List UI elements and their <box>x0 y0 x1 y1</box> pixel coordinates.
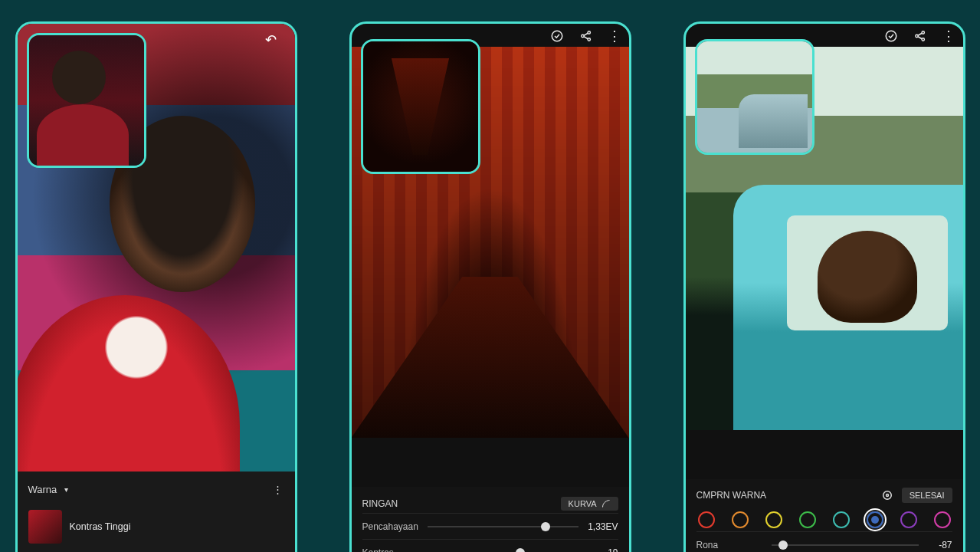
svg-point-7 <box>922 38 924 41</box>
check-circle-icon <box>550 29 564 43</box>
share-icon <box>913 29 927 43</box>
more-menu-button[interactable]: ⋮ <box>608 29 621 43</box>
light-panel: RINGAN KURVA Pencahayaan 1,33EV Kontras … <box>352 487 629 552</box>
slider-label: Pencahayaan <box>362 521 418 532</box>
color-dot-orange[interactable] <box>732 511 749 528</box>
done-button-label: SELESAI <box>910 491 945 500</box>
preset-thumbnail <box>28 510 62 544</box>
undo-icon: ↶ <box>265 31 277 48</box>
slider-value: 19 <box>608 547 618 553</box>
color-mix-panel: CMPRN WARNA SELESAI Rona -87 Kejenuhan <box>686 479 963 552</box>
svg-point-5 <box>915 34 917 37</box>
color-dot-blue[interactable] <box>867 511 883 528</box>
phone-screenshot-2: ⋮ RINGAN KURVA Pencahayaan 1,33EV Kont <box>349 21 631 552</box>
slider-hue[interactable]: Rona -87 <box>696 531 952 552</box>
slider-track[interactable] <box>772 544 919 546</box>
slider-exposure[interactable]: Pencahayaan 1,33EV <box>362 513 618 539</box>
undo-button[interactable]: ↶ <box>258 30 284 50</box>
svg-point-8 <box>883 491 891 500</box>
confirm-button[interactable] <box>549 28 565 44</box>
slider-value: 1,33EV <box>588 521 618 532</box>
preset-category-dropdown[interactable]: Warna ▾ <box>28 484 68 495</box>
svg-point-4 <box>886 31 896 41</box>
color-dot-magenta[interactable] <box>934 511 951 528</box>
svg-point-6 <box>922 31 924 34</box>
preset-category-label: Warna <box>28 484 57 495</box>
curve-button-label: KURVA <box>569 499 597 508</box>
color-dot-green[interactable] <box>799 511 816 528</box>
slider-contrast[interactable]: Kontras 19 <box>362 539 618 552</box>
done-button[interactable]: SELESAI <box>902 488 952 503</box>
target-icon <box>880 488 894 502</box>
preset-item[interactable]: Kontras Tinggi <box>28 510 284 544</box>
slider-label: Rona <box>696 540 765 550</box>
share-icon <box>579 29 593 43</box>
color-dot-yellow[interactable] <box>765 511 782 528</box>
svg-point-1 <box>581 34 583 37</box>
target-adjust-button[interactable] <box>879 487 896 504</box>
color-dot-purple[interactable] <box>900 511 917 528</box>
slider-track[interactable] <box>428 526 578 527</box>
preset-label: Kontras Tinggi <box>70 521 131 532</box>
curve-button[interactable]: KURVA <box>561 497 618 511</box>
before-thumbnail[interactable] <box>695 39 814 155</box>
svg-point-9 <box>886 495 888 497</box>
slider-value: -87 <box>925 540 952 550</box>
more-menu-button[interactable]: ⋮ <box>942 29 955 43</box>
phone-screenshot-1: ↶ Warna ▾ ⋮ Kontras Tinggi Kontras & Det… <box>15 21 297 552</box>
check-circle-icon <box>884 29 898 43</box>
share-button[interactable] <box>913 28 928 44</box>
color-mix-title: CMPRN WARNA <box>696 490 767 501</box>
svg-point-0 <box>552 31 562 41</box>
before-thumbnail[interactable] <box>361 39 480 174</box>
confirm-button[interactable] <box>883 28 899 44</box>
chevron-down-icon: ▾ <box>64 485 68 494</box>
share-button[interactable] <box>578 28 594 44</box>
color-dot-aqua[interactable] <box>833 511 850 528</box>
more-menu-button[interactable]: ⋮ <box>273 484 284 495</box>
light-panel-title: RINGAN <box>362 498 398 509</box>
preset-panel: Warna ▾ ⋮ Kontras Tinggi Kontras & Detai… <box>18 472 295 552</box>
svg-point-3 <box>588 38 590 41</box>
phone-screenshot-3: ⋮ CMPRN WARNA SELESAI <box>683 21 965 552</box>
before-thumbnail[interactable] <box>27 33 146 168</box>
color-dot-red[interactable] <box>698 511 715 528</box>
color-picker-row <box>698 511 951 528</box>
curve-icon <box>601 499 611 508</box>
svg-point-2 <box>588 31 590 34</box>
slider-label: Kontras <box>362 547 394 553</box>
